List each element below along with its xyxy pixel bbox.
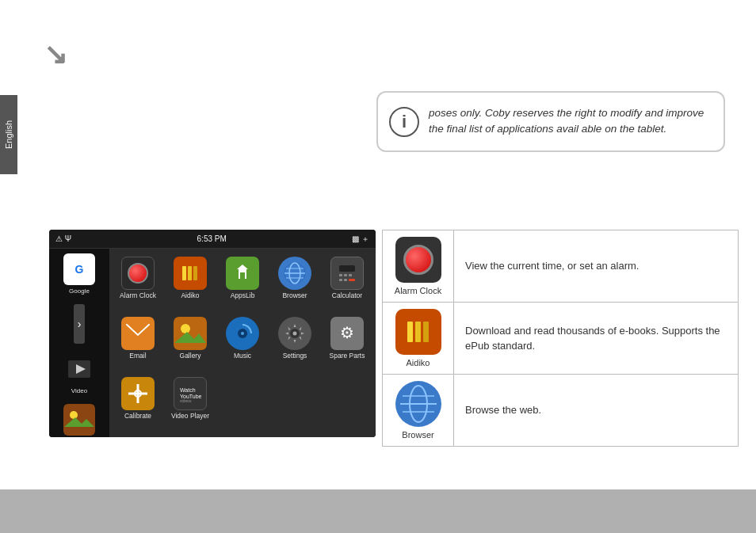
table-row-alarm: Alarm Clock View the current time, or se… [383,230,738,303]
alarm-clock-label: Alarm Clock [395,286,441,295]
svg-rect-47 [415,322,421,342]
device-statusbar: ⚠ Ψ 6:53 PM ▩ ＋ [49,230,376,249]
svg-rect-23 [344,279,347,281]
app-browser[interactable]: Browser [269,253,320,312]
svg-rect-19 [339,274,342,276]
svg-rect-7 [188,266,192,280]
app-gallery[interactable]: Gallery [165,314,216,372]
app-aidiko[interactable]: Aidiko [165,253,216,312]
app-calibrate[interactable]: Calibrate [113,374,163,432]
table-icon-alarm: Alarm Clock [383,230,454,302]
svg-rect-6 [182,266,186,280]
svg-rect-18 [339,265,355,272]
alarm-description: View the current time, or set an alarm. [454,230,738,302]
svg-rect-8 [193,266,197,280]
svg-point-34 [293,332,297,336]
svg-point-3 [70,411,78,419]
svg-point-27 [181,324,190,333]
app-spare-parts[interactable]: ⚙ Spare Parts [322,314,372,372]
alarm-clock-icon [395,237,441,283]
status-left-icons: ⚠ Ψ [55,234,71,243]
svg-rect-21 [349,274,352,276]
sidebar-label: English [4,120,13,149]
aidiko-icon [395,309,441,355]
device-content: G Google › Video Gal [49,249,376,437]
left-panel-gallery[interactable]: Gal [49,399,109,437]
svg-rect-20 [344,274,347,276]
app-appslib[interactable]: AppsLib [217,253,268,312]
status-right-icons: ▩ ＋ [352,234,369,245]
browser-label: Browser [402,430,433,440]
bottom-bar [0,489,756,533]
app-video-player[interactable]: WatchYouTubevideos Video Player [165,374,216,432]
browser-description: Browse the web. [454,375,738,446]
device-app-grid: Alarm Clock Aidiko AppsLib Browser [109,249,376,437]
svg-rect-46 [407,322,413,342]
left-panel-google[interactable]: G Google [49,249,109,299]
svg-point-31 [241,332,244,335]
svg-rect-2 [64,405,94,435]
svg-rect-22 [339,279,342,281]
table-row-browser: Browser Browse the web. [383,375,738,446]
left-panel-video[interactable]: Video [49,348,109,399]
table-icon-aidiko: Aidiko [383,303,454,374]
svg-text:videos: videos [180,398,192,403]
app-calculator[interactable]: Calculator [322,253,372,312]
device-left-panel: G Google › Video Gal [49,249,109,437]
svg-text:⚙: ⚙ [340,324,354,341]
status-time: 6:53 PM [197,234,227,243]
sidebar-tab: English [0,95,17,174]
info-box: i poses only. Coby reserves the right to… [376,91,725,152]
app-music[interactable]: Music [217,314,268,372]
app-settings[interactable]: Settings [269,314,320,372]
table-icon-browser: Browser [383,375,454,446]
svg-rect-10 [240,272,245,279]
arrow-icon: ↘ [44,38,67,71]
app-descriptions-table: Alarm Clock View the current time, or se… [382,230,739,447]
aidiko-description: Download and read thousands of e-books. … [454,303,738,374]
app-email[interactable]: Email [113,314,163,372]
table-row-aidiko: Aidiko Download and read thousands of e-… [383,303,738,375]
svg-rect-48 [423,322,429,342]
app-alarm-clock[interactable]: Alarm Clock [113,253,163,312]
svg-rect-26 [174,318,206,349]
svg-text:Watch: Watch [180,387,196,393]
aidiko-label: Aidiko [407,358,430,367]
left-panel-chevron[interactable]: › [49,299,109,348]
browser-icon [395,381,441,427]
svg-rect-24 [349,279,355,281]
info-text: poses only. Coby reserves the right to m… [429,105,709,138]
device-screenshot: ⚠ Ψ 6:53 PM ▩ ＋ G Google › Video [49,230,376,437]
info-circle-icon: i [389,107,419,137]
